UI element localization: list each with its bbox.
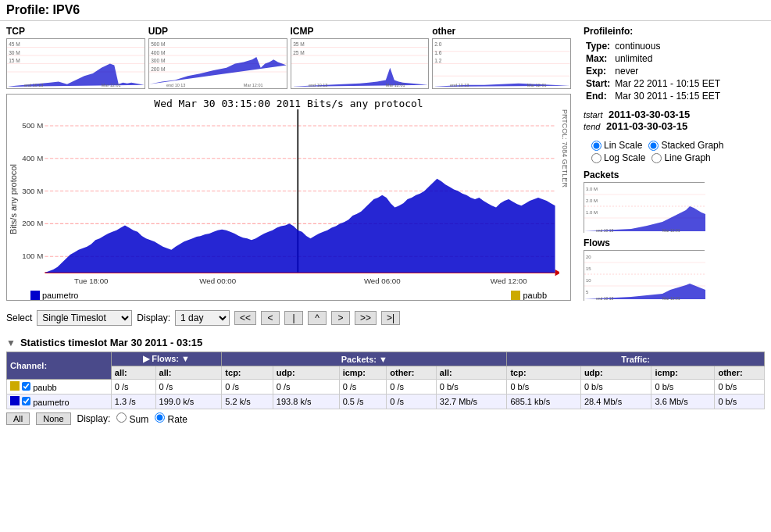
packets-chart[interactable]: 3.0 M 2.0 M 1.0 M end 10 13 Mar 12:01 (584, 182, 705, 233)
profileinfo-end-row: End: Mar 30 2011 - 15:15 EET (584, 90, 723, 102)
radio-section: Lin Scale Stacked Graph Log Scale Line G… (591, 140, 765, 163)
packets-title: Packets (584, 170, 765, 180)
sum-text: Sum (130, 414, 149, 425)
th-traffic: Traffic: (507, 352, 765, 366)
stacked-graph-label[interactable]: Stacked Graph (648, 140, 723, 151)
paubb-name: paubb (33, 383, 57, 392)
main-graph-inner: Bits/s any protocol (7, 109, 570, 289)
mini-chart-tcp-box[interactable]: 45 M 30 M 15 M end 10 13 Mar 12:01 (6, 38, 145, 89)
main-graph-title: Wed Mar 30 03:15:00 2011 Bits/s any prot… (7, 95, 570, 109)
legend-paubb: paubb (511, 291, 547, 300)
none-button[interactable]: None (36, 412, 70, 425)
svg-text:Wed 12:00: Wed 12:00 (491, 277, 527, 285)
paumetro-checkbox[interactable] (22, 397, 30, 405)
flows-arrow2: ▼ (181, 354, 190, 363)
nav-btn-up[interactable]: ^ (308, 311, 327, 325)
paumetro-color (10, 396, 20, 405)
nav-btn-fast-next[interactable]: >> (355, 311, 377, 325)
tend-value: 2011-03-30-03-15 (606, 120, 687, 132)
bottom-controls: All None Display: Sum Rate (6, 409, 765, 428)
flows-chart[interactable]: 20 15 10 5 end 10 13 Mar 12:01 (584, 250, 705, 301)
profileinfo-max-row: Max: unlimited (584, 52, 723, 65)
stacked-graph-text: Stacked Graph (661, 140, 723, 151)
table-row: paumetro 1.3 /s 199.0 k/s 5.2 k/s 193.8 … (7, 395, 765, 409)
packets-arrow: ▼ (379, 355, 387, 364)
svg-text:200 M: 200 M (22, 220, 43, 228)
paubb-traffic-icmp: 0 b/s (651, 380, 715, 395)
sum-label[interactable]: Sum (116, 412, 148, 425)
svg-text:Mar 12:01: Mar 12:01 (385, 83, 405, 87)
mini-chart-udp: UDP 500 M 400 M 300 M 200 M (148, 26, 287, 89)
start-value: Mar 22 2011 - 10:15 EET (612, 77, 723, 90)
page-title: Profile: IPV6 (6, 3, 80, 17)
nav-btn-last[interactable]: >| (381, 311, 400, 325)
svg-text:end 10 13: end 10 13 (308, 83, 327, 87)
legend-color-paumetro (30, 291, 40, 300)
nav-btn-stop[interactable]: | (284, 311, 303, 325)
svg-text:Wed 06:00: Wed 06:00 (364, 277, 401, 285)
rate-radio[interactable] (155, 412, 165, 423)
paubb-pkt-icmp: 0 /s (339, 380, 387, 395)
th-channel-text: Channel: (10, 361, 47, 370)
paubb-checkbox[interactable] (22, 382, 30, 391)
legend-label-paumetro: paumetro (42, 291, 78, 300)
paumetro-traffic-icmp: 3.6 Mb/s (651, 395, 715, 409)
log-scale-label[interactable]: Log Scale (591, 152, 645, 163)
svg-text:Mar 12:01: Mar 12:01 (662, 296, 680, 301)
max-label: Max: (584, 52, 612, 65)
mini-chart-icmp-label: ICMP (291, 26, 430, 37)
svg-text:100 M: 100 M (22, 252, 43, 260)
mini-chart-tcp-label: TCP (6, 26, 145, 37)
svg-text:end 10 13: end 10 13 (596, 228, 613, 233)
nav-btn-next[interactable]: > (331, 311, 350, 325)
paubb-traffic-udp: 0 b/s (580, 380, 651, 395)
svg-text:45 M: 45 M (9, 42, 20, 48)
line-graph-label[interactable]: Line Graph (651, 152, 710, 163)
paubb-traffic-other: 0 b/s (715, 380, 765, 395)
mini-chart-other-box[interactable]: 2.0 1.6 1.2 end 10 13 Mar 12:01 (432, 38, 571, 89)
tstart-label: tstart (584, 110, 602, 120)
svg-text:end 10 13: end 10 13 (450, 83, 469, 87)
th-flows-text: Flows: (152, 354, 179, 363)
svg-text:15: 15 (586, 266, 591, 271)
svg-text:1.2: 1.2 (434, 59, 442, 64)
paumetro-pkt-icmp: 0.5 /s (339, 395, 387, 409)
stats-header: ▼ Statistics timeslot Mar 30 2011 - 03:1… (6, 337, 765, 348)
log-scale-radio[interactable] (591, 153, 601, 163)
paumetro-traffic-tcp: 685.1 kb/s (507, 395, 580, 409)
tstart-value: 2011-03-30-03-15 (609, 109, 690, 120)
mini-chart-udp-box[interactable]: 500 M 400 M 300 M 200 M end 10 13 Mar 12… (148, 38, 287, 89)
paumetro-flows-all1: 1.3 /s (111, 395, 155, 409)
rate-label[interactable]: Rate (155, 412, 187, 425)
display-select[interactable]: 1 day 1 week 1 month (175, 310, 230, 326)
mini-charts-row: TCP 45 M 30 M 15 M end 10 13 (6, 26, 571, 89)
svg-text:3.0 M: 3.0 M (586, 187, 598, 191)
right-label: PRTCOL: 7084 GETLER (559, 109, 570, 289)
paumetro-traffic-udp: 28.4 Mb/s (580, 395, 651, 409)
mini-chart-tcp: TCP 45 M 30 M 15 M end 10 13 (6, 26, 145, 89)
mini-chart-icmp-box[interactable]: 35 M 25 M end 10 13 Mar 12:01 (291, 38, 430, 89)
paubb-pkt-udp: 0 /s (273, 380, 339, 395)
paumetro-pkt-udp: 193.8 k/s (273, 395, 339, 409)
right-panel: Profileinfo: Type: continuous Max: unlim… (577, 26, 765, 330)
svg-text:10: 10 (586, 278, 591, 283)
svg-text:500 M: 500 M (151, 42, 165, 48)
svg-text:35 M: 35 M (293, 42, 305, 48)
graph-area[interactable]: 500 M 400 M 300 M 200 M 100 M (20, 109, 559, 289)
th-channel: Channel: (7, 352, 112, 380)
nav-btn-first[interactable]: << (234, 311, 256, 325)
sub-traffic-all: all: (436, 366, 507, 380)
stats-header-row: Channel: ▶ Flows: ▼ Packets: ▼ Traffic: (7, 352, 765, 366)
lin-scale-label[interactable]: Lin Scale (591, 140, 642, 151)
line-graph-radio[interactable] (651, 153, 662, 163)
lin-scale-radio[interactable] (591, 141, 601, 151)
y-axis-label: Bits/s any protocol (7, 109, 20, 289)
all-button[interactable]: All (6, 412, 30, 425)
svg-text:15 M: 15 M (9, 59, 20, 64)
timeslot-select[interactable]: Single Timeslot Multiple Timeslots (37, 310, 132, 326)
th-traffic-text: Traffic: (621, 355, 650, 364)
paumetro-traffic-other: 0 b/s (715, 395, 765, 409)
stacked-graph-radio[interactable] (648, 141, 659, 151)
sum-radio[interactable] (116, 412, 127, 423)
nav-btn-prev[interactable]: < (261, 311, 280, 325)
